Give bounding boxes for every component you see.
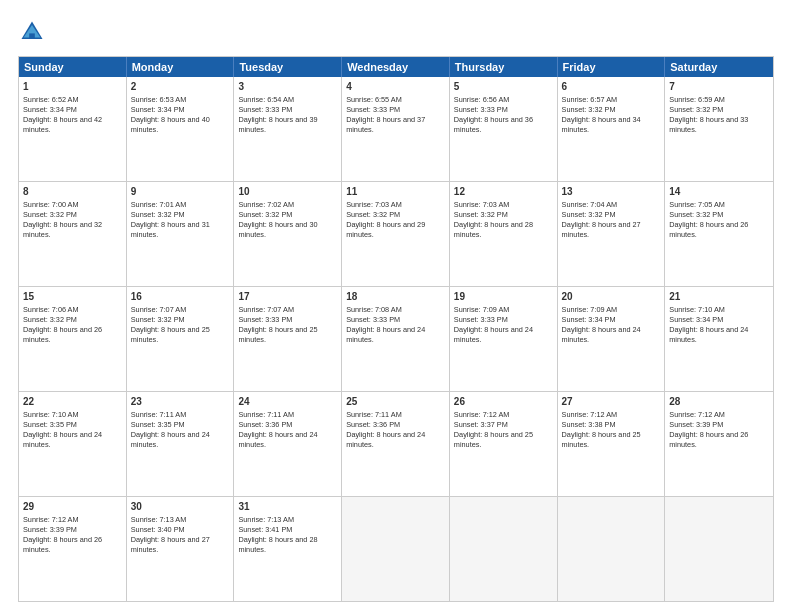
day-number: 16: [131, 290, 230, 304]
day-cell-21: 21 Sunrise: 7:10 AMSunset: 3:34 PMDaylig…: [665, 287, 773, 391]
day-info: Sunrise: 7:02 AMSunset: 3:32 PMDaylight:…: [238, 200, 317, 240]
day-info: Sunrise: 7:01 AMSunset: 3:32 PMDaylight:…: [131, 200, 210, 240]
day-info: Sunrise: 7:00 AMSunset: 3:32 PMDaylight:…: [23, 200, 102, 240]
day-number: 3: [238, 80, 337, 94]
day-cell-4: 4 Sunrise: 6:55 AMSunset: 3:33 PMDayligh…: [342, 77, 450, 181]
day-info: Sunrise: 7:07 AMSunset: 3:33 PMDaylight:…: [238, 305, 317, 345]
day-cell-2: 2 Sunrise: 6:53 AMSunset: 3:34 PMDayligh…: [127, 77, 235, 181]
day-info: Sunrise: 7:04 AMSunset: 3:32 PMDaylight:…: [562, 200, 641, 240]
day-number: 8: [23, 185, 122, 199]
day-info: Sunrise: 7:11 AMSunset: 3:36 PMDaylight:…: [238, 410, 317, 450]
day-cell-19: 19 Sunrise: 7:09 AMSunset: 3:33 PMDaylig…: [450, 287, 558, 391]
header-day-thursday: Thursday: [450, 57, 558, 77]
day-number: 30: [131, 500, 230, 514]
day-cell-30: 30 Sunrise: 7:13 AMSunset: 3:40 PMDaylig…: [127, 497, 235, 601]
day-cell-3: 3 Sunrise: 6:54 AMSunset: 3:33 PMDayligh…: [234, 77, 342, 181]
empty-cell: [665, 497, 773, 601]
day-info: Sunrise: 7:09 AMSunset: 3:34 PMDaylight:…: [562, 305, 641, 345]
header-day-wednesday: Wednesday: [342, 57, 450, 77]
day-number: 15: [23, 290, 122, 304]
day-info: Sunrise: 6:53 AMSunset: 3:34 PMDaylight:…: [131, 95, 210, 135]
day-cell-24: 24 Sunrise: 7:11 AMSunset: 3:36 PMDaylig…: [234, 392, 342, 496]
calendar-row-1: 1 Sunrise: 6:52 AMSunset: 3:34 PMDayligh…: [19, 77, 773, 181]
day-cell-26: 26 Sunrise: 7:12 AMSunset: 3:37 PMDaylig…: [450, 392, 558, 496]
day-cell-9: 9 Sunrise: 7:01 AMSunset: 3:32 PMDayligh…: [127, 182, 235, 286]
day-number: 11: [346, 185, 445, 199]
day-cell-10: 10 Sunrise: 7:02 AMSunset: 3:32 PMDaylig…: [234, 182, 342, 286]
day-cell-13: 13 Sunrise: 7:04 AMSunset: 3:32 PMDaylig…: [558, 182, 666, 286]
day-info: Sunrise: 7:11 AMSunset: 3:36 PMDaylight:…: [346, 410, 425, 450]
day-info: Sunrise: 7:12 AMSunset: 3:37 PMDaylight:…: [454, 410, 533, 450]
day-info: Sunrise: 7:06 AMSunset: 3:32 PMDaylight:…: [23, 305, 102, 345]
day-cell-16: 16 Sunrise: 7:07 AMSunset: 3:32 PMDaylig…: [127, 287, 235, 391]
calendar-row-3: 15 Sunrise: 7:06 AMSunset: 3:32 PMDaylig…: [19, 286, 773, 391]
day-info: Sunrise: 7:09 AMSunset: 3:33 PMDaylight:…: [454, 305, 533, 345]
day-info: Sunrise: 6:55 AMSunset: 3:33 PMDaylight:…: [346, 95, 425, 135]
day-info: Sunrise: 7:12 AMSunset: 3:38 PMDaylight:…: [562, 410, 641, 450]
day-number: 14: [669, 185, 769, 199]
day-cell-22: 22 Sunrise: 7:10 AMSunset: 3:35 PMDaylig…: [19, 392, 127, 496]
day-number: 22: [23, 395, 122, 409]
day-info: Sunrise: 6:57 AMSunset: 3:32 PMDaylight:…: [562, 95, 641, 135]
day-cell-20: 20 Sunrise: 7:09 AMSunset: 3:34 PMDaylig…: [558, 287, 666, 391]
day-cell-25: 25 Sunrise: 7:11 AMSunset: 3:36 PMDaylig…: [342, 392, 450, 496]
empty-cell: [342, 497, 450, 601]
day-cell-17: 17 Sunrise: 7:07 AMSunset: 3:33 PMDaylig…: [234, 287, 342, 391]
page: SundayMondayTuesdayWednesdayThursdayFrid…: [0, 0, 792, 612]
day-info: Sunrise: 7:13 AMSunset: 3:41 PMDaylight:…: [238, 515, 317, 555]
svg-rect-2: [29, 33, 35, 39]
day-cell-12: 12 Sunrise: 7:03 AMSunset: 3:32 PMDaylig…: [450, 182, 558, 286]
day-info: Sunrise: 7:11 AMSunset: 3:35 PMDaylight:…: [131, 410, 210, 450]
header-day-monday: Monday: [127, 57, 235, 77]
day-number: 28: [669, 395, 769, 409]
day-cell-7: 7 Sunrise: 6:59 AMSunset: 3:32 PMDayligh…: [665, 77, 773, 181]
day-number: 20: [562, 290, 661, 304]
logo: [18, 18, 50, 46]
day-number: 5: [454, 80, 553, 94]
day-number: 2: [131, 80, 230, 94]
day-cell-8: 8 Sunrise: 7:00 AMSunset: 3:32 PMDayligh…: [19, 182, 127, 286]
day-cell-29: 29 Sunrise: 7:12 AMSunset: 3:39 PMDaylig…: [19, 497, 127, 601]
day-number: 27: [562, 395, 661, 409]
day-info: Sunrise: 6:56 AMSunset: 3:33 PMDaylight:…: [454, 95, 533, 135]
day-info: Sunrise: 7:03 AMSunset: 3:32 PMDaylight:…: [454, 200, 533, 240]
day-cell-11: 11 Sunrise: 7:03 AMSunset: 3:32 PMDaylig…: [342, 182, 450, 286]
day-info: Sunrise: 7:07 AMSunset: 3:32 PMDaylight:…: [131, 305, 210, 345]
day-cell-27: 27 Sunrise: 7:12 AMSunset: 3:38 PMDaylig…: [558, 392, 666, 496]
calendar-body: 1 Sunrise: 6:52 AMSunset: 3:34 PMDayligh…: [19, 77, 773, 601]
day-number: 4: [346, 80, 445, 94]
day-info: Sunrise: 6:59 AMSunset: 3:32 PMDaylight:…: [669, 95, 748, 135]
day-cell-31: 31 Sunrise: 7:13 AMSunset: 3:41 PMDaylig…: [234, 497, 342, 601]
day-number: 24: [238, 395, 337, 409]
day-cell-6: 6 Sunrise: 6:57 AMSunset: 3:32 PMDayligh…: [558, 77, 666, 181]
day-number: 7: [669, 80, 769, 94]
day-info: Sunrise: 7:10 AMSunset: 3:34 PMDaylight:…: [669, 305, 748, 345]
day-info: Sunrise: 7:12 AMSunset: 3:39 PMDaylight:…: [23, 515, 102, 555]
empty-cell: [450, 497, 558, 601]
day-cell-1: 1 Sunrise: 6:52 AMSunset: 3:34 PMDayligh…: [19, 77, 127, 181]
day-info: Sunrise: 7:13 AMSunset: 3:40 PMDaylight:…: [131, 515, 210, 555]
day-number: 31: [238, 500, 337, 514]
day-cell-18: 18 Sunrise: 7:08 AMSunset: 3:33 PMDaylig…: [342, 287, 450, 391]
day-cell-5: 5 Sunrise: 6:56 AMSunset: 3:33 PMDayligh…: [450, 77, 558, 181]
header-day-sunday: Sunday: [19, 57, 127, 77]
day-number: 21: [669, 290, 769, 304]
day-info: Sunrise: 6:52 AMSunset: 3:34 PMDaylight:…: [23, 95, 102, 135]
logo-icon: [18, 18, 46, 46]
calendar-row-2: 8 Sunrise: 7:00 AMSunset: 3:32 PMDayligh…: [19, 181, 773, 286]
calendar: SundayMondayTuesdayWednesdayThursdayFrid…: [18, 56, 774, 602]
day-number: 25: [346, 395, 445, 409]
day-info: Sunrise: 7:10 AMSunset: 3:35 PMDaylight:…: [23, 410, 102, 450]
day-cell-23: 23 Sunrise: 7:11 AMSunset: 3:35 PMDaylig…: [127, 392, 235, 496]
day-number: 6: [562, 80, 661, 94]
day-number: 23: [131, 395, 230, 409]
day-info: Sunrise: 6:54 AMSunset: 3:33 PMDaylight:…: [238, 95, 317, 135]
day-number: 19: [454, 290, 553, 304]
day-info: Sunrise: 7:03 AMSunset: 3:32 PMDaylight:…: [346, 200, 425, 240]
day-number: 26: [454, 395, 553, 409]
day-number: 12: [454, 185, 553, 199]
day-number: 10: [238, 185, 337, 199]
day-info: Sunrise: 7:12 AMSunset: 3:39 PMDaylight:…: [669, 410, 748, 450]
calendar-row-4: 22 Sunrise: 7:10 AMSunset: 3:35 PMDaylig…: [19, 391, 773, 496]
day-info: Sunrise: 7:08 AMSunset: 3:33 PMDaylight:…: [346, 305, 425, 345]
